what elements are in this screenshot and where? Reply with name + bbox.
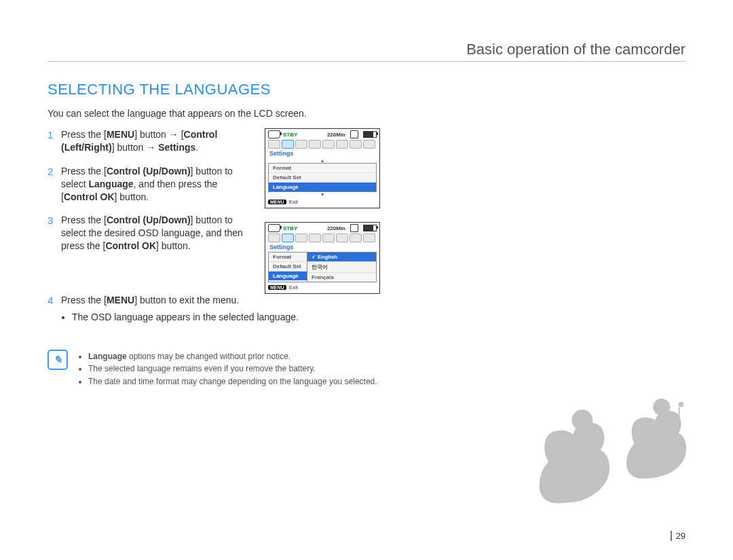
menu-category-label: Settings: [269, 244, 377, 250]
step-2: Press the [Control (Up/Down)] button to …: [48, 165, 244, 214]
camera-icon: [268, 224, 280, 232]
chevron-down-icon: ▼: [268, 192, 377, 197]
menu-tab-selected: [282, 234, 294, 242]
note-3: The date and time format may change depe…: [88, 376, 377, 388]
menu-tab: [322, 234, 335, 242]
menu-item-format: Format: [269, 253, 307, 262]
check-icon: ✓: [312, 254, 316, 260]
note-icon: ✎: [48, 350, 68, 370]
menu-tab: [295, 234, 307, 242]
exit-label: Exit: [289, 199, 298, 205]
menu-tab-selected: [282, 140, 294, 149]
menu-item-default-set: Default Set: [269, 173, 376, 183]
card-icon: [350, 224, 358, 232]
menu-tab: [322, 140, 335, 149]
menu-tab: [268, 234, 280, 242]
decorative-silhouette: [519, 354, 702, 512]
menu-item-language-selected: Language: [269, 272, 307, 280]
menu-tab: [268, 140, 280, 149]
svg-point-1: [653, 398, 670, 415]
menu-tab: [309, 234, 321, 242]
menu-tab: [309, 140, 321, 149]
stby-label: STBY: [283, 132, 297, 138]
page-number: 29: [671, 531, 685, 541]
menu-tab: [336, 140, 348, 149]
lcd-screenshot-1: STBY 220Min Settings ▲: [265, 128, 380, 208]
submenu-item-english-selected: ✓English: [307, 253, 376, 262]
chapter-title: Basic operation of the camcorder: [48, 41, 685, 62]
exit-label: Exit: [289, 284, 298, 291]
note-2: The selected language remains even if yo…: [88, 363, 377, 375]
note-1: Language options may be changed without …: [88, 351, 377, 362]
intro-text: You can select the language that appears…: [48, 108, 685, 119]
menu-item-format: Format: [269, 164, 376, 173]
step-4-bullet: The OSD language appears in the selected…: [72, 311, 685, 324]
camera-icon: [268, 130, 280, 138]
submenu-item-korean: 한국어: [307, 262, 376, 273]
step-1: Press the [MENU] button → [Control (Left…: [48, 128, 244, 165]
menu-tab: [336, 234, 348, 242]
battery-icon: [363, 131, 377, 138]
svg-rect-3: [679, 407, 680, 416]
svg-point-0: [572, 409, 593, 430]
chevron-up-icon: ▲: [268, 158, 377, 163]
step-4: Press the [MENU] button to exit the menu…: [48, 294, 685, 336]
menu-item-language-selected: Language: [269, 183, 376, 191]
svg-point-2: [679, 402, 684, 407]
menu-category-label: Settings: [269, 150, 377, 157]
section-title: SELECTING THE LANGUAGES: [48, 81, 685, 98]
menu-button-label: MENU: [268, 285, 286, 290]
menu-tab: [363, 234, 375, 242]
step-3: Press the [Control (Up/Down)] button to …: [48, 214, 244, 263]
card-icon: [350, 130, 358, 138]
submenu-item-french: Français: [307, 273, 376, 282]
menu-tab: [350, 140, 362, 149]
lcd-screenshot-2: STBY 220Min Settings: [265, 222, 380, 294]
menu-tab: [363, 140, 375, 149]
rec-time-label: 220Min: [327, 225, 345, 231]
menu-tab: [295, 140, 307, 149]
menu-tab: [350, 234, 362, 242]
stby-label: STBY: [283, 225, 297, 231]
rec-time-label: 220Min: [327, 132, 345, 138]
battery-icon: [363, 225, 377, 231]
menu-item-default-set: Default Set: [269, 262, 307, 272]
menu-button-label: MENU: [268, 200, 286, 204]
